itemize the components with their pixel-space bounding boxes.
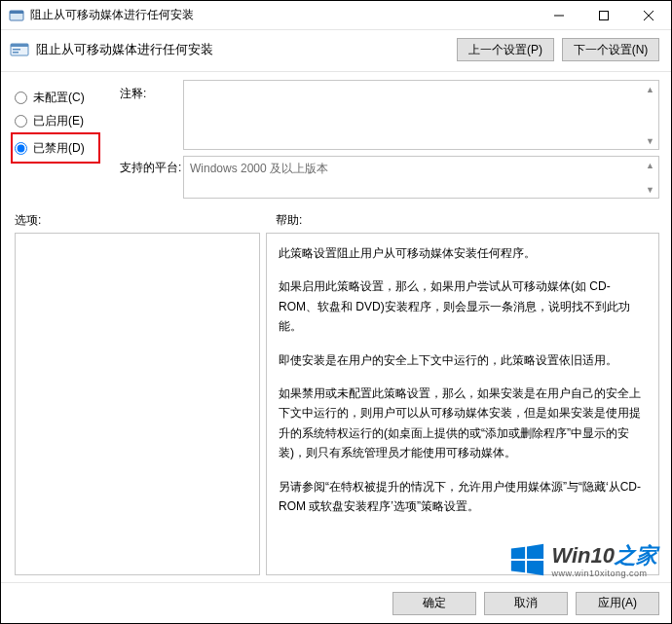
svg-rect-8 <box>13 49 20 51</box>
platform-textarea: Windows 2000 及以上版本 ▲ ▼ <box>183 156 659 199</box>
radio-not-configured-input[interactable] <box>15 92 27 104</box>
cancel-button[interactable]: 取消 <box>484 592 568 615</box>
svg-rect-9 <box>13 52 19 54</box>
radio-disabled-label: 已禁用(D) <box>33 140 85 157</box>
ok-button[interactable]: 确定 <box>392 592 476 615</box>
radio-enabled-label: 已启用(E) <box>33 113 84 129</box>
radio-disabled[interactable]: 已禁用(D) <box>15 136 94 160</box>
window-controls <box>537 1 671 29</box>
options-pane <box>15 233 260 575</box>
radio-not-configured[interactable]: 未配置(C) <box>15 86 120 109</box>
options-label: 选项: <box>15 212 276 229</box>
platform-value: Windows 2000 及以上版本 <box>190 162 328 175</box>
close-button[interactable] <box>626 1 671 29</box>
help-label: 帮助: <box>276 212 302 229</box>
radio-enabled[interactable]: 已启用(E) <box>15 109 120 132</box>
comment-textarea[interactable]: ▲ ▼ <box>183 80 659 150</box>
radio-enabled-input[interactable] <box>15 115 27 128</box>
highlight-box: 已禁用(D) <box>11 132 100 164</box>
help-paragraph: 另请参阅“在特权被提升的情况下，允许用户使用媒体源”与“隐藏‘从CD-ROM 或… <box>279 477 647 517</box>
help-paragraph: 即使安装是在用户的安全上下文中运行的，此策略设置依旧适用。 <box>279 350 647 370</box>
svg-rect-7 <box>11 44 28 47</box>
platform-label: 支持的平台: <box>120 150 183 199</box>
scroll-down-icon[interactable]: ▼ <box>642 132 658 149</box>
maximize-button[interactable] <box>581 1 626 29</box>
help-pane: 此策略设置阻止用户从可移动媒体安装任何程序。 如果启用此策略设置，那么，如果用户… <box>266 233 659 575</box>
help-paragraph: 如果启用此策略设置，那么，如果用户尝试从可移动媒体(如 CD-ROM、软盘和 D… <box>279 276 647 336</box>
comment-scrollbar: ▲ ▼ <box>642 81 658 149</box>
platform-scrollbar: ▲ ▼ <box>642 157 658 198</box>
radio-disabled-input[interactable] <box>15 142 27 155</box>
window-title: 阻止从可移动媒体进行任何安装 <box>30 7 537 23</box>
svg-rect-3 <box>600 11 609 19</box>
prev-setting-button[interactable]: 上一个设置(P) <box>457 38 554 61</box>
policy-icon <box>9 39 30 60</box>
minimize-button[interactable] <box>537 1 581 29</box>
scroll-up-icon[interactable]: ▲ <box>642 157 658 173</box>
policy-title: 阻止从可移动媒体进行任何安装 <box>36 41 449 58</box>
next-setting-button[interactable]: 下一个设置(N) <box>562 38 659 61</box>
titlebar: 阻止从可移动媒体进行任何安装 <box>1 1 671 30</box>
svg-rect-1 <box>10 11 23 14</box>
help-paragraph: 此策略设置阻止用户从可移动媒体安装任何程序。 <box>279 243 647 263</box>
comment-label: 注释: <box>120 80 183 150</box>
state-radio-group: 未配置(C) 已启用(E) 已禁用(D) <box>15 80 120 199</box>
dialog-footer: 确定 取消 应用(A) <box>1 582 671 623</box>
policy-header: 阻止从可移动媒体进行任何安装 上一个设置(P) 下一个设置(N) <box>1 30 671 72</box>
app-icon <box>9 8 24 23</box>
help-paragraph: 如果禁用或未配置此策略设置，那么，如果安装是在用户自己的安全上下文中运行的，则用… <box>279 384 647 463</box>
scroll-down-icon[interactable]: ▼ <box>642 181 658 198</box>
radio-not-configured-label: 未配置(C) <box>33 90 85 106</box>
apply-button[interactable]: 应用(A) <box>576 592 659 615</box>
scroll-up-icon[interactable]: ▲ <box>642 81 658 97</box>
